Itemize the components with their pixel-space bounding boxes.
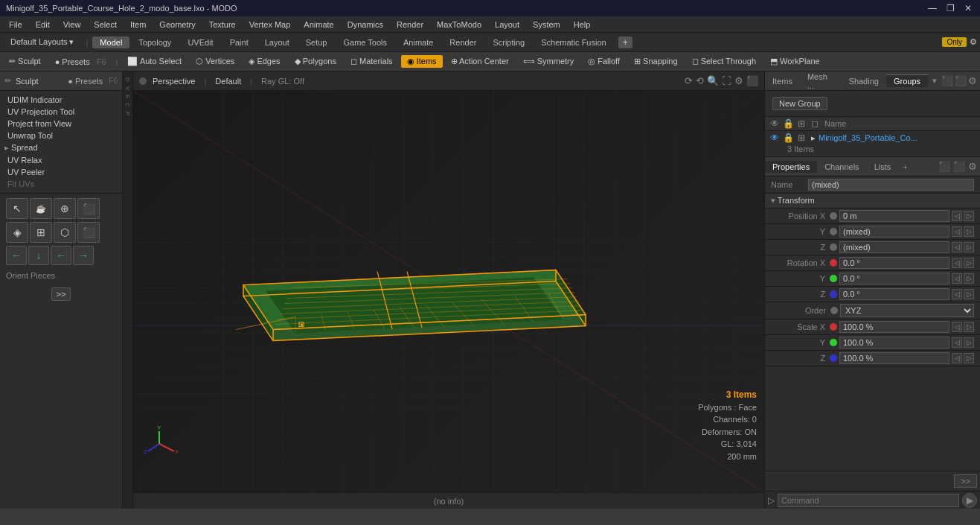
- layout-settings-icon[interactable]: ⚙: [970, 37, 977, 47]
- tab-render[interactable]: Render: [442, 36, 484, 48]
- panel-settings-icon[interactable]: ⚙: [968, 75, 977, 86]
- minimize-button[interactable]: —: [926, 3, 938, 13]
- viewport-zoom-icon[interactable]: 🔍: [707, 75, 719, 86]
- vertices-button[interactable]: ⬡ Vertices: [190, 55, 240, 68]
- viewport-settings-icon[interactable]: ⚙: [734, 75, 743, 86]
- scale-z-dot[interactable]: [830, 354, 837, 362]
- name-property-input[interactable]: [808, 179, 974, 191]
- spread-tool[interactable]: Spread: [1, 141, 121, 154]
- action-center-button[interactable]: ⊕ Action Center: [445, 55, 515, 68]
- viewport-raygl-label[interactable]: Ray GL: Off: [261, 77, 304, 86]
- move-icon-button[interactable]: ↖: [6, 198, 28, 219]
- group-item-name[interactable]: Minigolf_35_Portable_Co...: [816, 133, 977, 142]
- menu-geometry[interactable]: Geometry: [153, 19, 201, 31]
- viewport-maximize-icon[interactable]: ⬛: [746, 75, 758, 86]
- tab-animate[interactable]: Animate: [396, 36, 441, 48]
- viewport-canvas[interactable]: 3 Items Polygons : Face Channels: 0 Defo…: [133, 91, 764, 492]
- scale-y-dot[interactable]: [830, 339, 837, 346]
- props-minimize-icon[interactable]: ⬛: [938, 161, 950, 172]
- rot-x-min-btn[interactable]: ◁: [952, 258, 962, 268]
- add-layout-button[interactable]: +: [618, 36, 632, 48]
- viewport-fit-icon[interactable]: ⟲: [696, 75, 704, 86]
- viewport-frame-icon[interactable]: ⛶: [722, 75, 731, 86]
- scale-x-dot[interactable]: [830, 323, 837, 331]
- snapping-button[interactable]: ⊞ Snapping: [628, 55, 684, 68]
- rot-y-max-btn[interactable]: ▷: [964, 273, 974, 284]
- group-item-extra[interactable]: ⊞: [795, 133, 808, 143]
- select-through-button[interactable]: ◻ Select Through: [686, 55, 762, 68]
- grid-icon-button[interactable]: ⊞: [30, 222, 52, 243]
- menu-select[interactable]: Select: [88, 19, 123, 31]
- rotation-y-input[interactable]: [839, 273, 949, 284]
- close-button[interactable]: ✕: [962, 3, 974, 13]
- group-list-item[interactable]: 👁 🔒 ⊞ ▸ Minigolf_35_Portable_Co...: [765, 131, 980, 144]
- position-y-input[interactable]: [839, 226, 949, 238]
- tab-topology[interactable]: Topology: [131, 36, 179, 48]
- tab-model[interactable]: Model: [92, 36, 129, 48]
- tab-extra-dropdown[interactable]: ▾: [928, 74, 941, 87]
- menu-help[interactable]: Help: [568, 19, 597, 31]
- rotation-x-dot[interactable]: [830, 259, 837, 267]
- maximize-button[interactable]: ❐: [944, 3, 956, 13]
- rot-x-max-btn[interactable]: ▷: [964, 258, 974, 268]
- scale-icon-button[interactable]: ⊕: [54, 198, 76, 219]
- props-settings-icon[interactable]: ⚙: [968, 161, 977, 172]
- position-z-input[interactable]: [839, 241, 949, 253]
- tab-scripting[interactable]: Scripting: [485, 36, 532, 48]
- falloff-button[interactable]: ◎ Falloff: [582, 55, 626, 68]
- menu-dynamics[interactable]: Dynamics: [342, 19, 389, 31]
- command-input[interactable]: [778, 494, 959, 507]
- viewport-reset-icon[interactable]: ⟳: [685, 75, 693, 86]
- menu-item[interactable]: Item: [124, 19, 152, 31]
- window-controls[interactable]: — ❐ ✕: [926, 3, 974, 13]
- panel-expand-icon[interactable]: ⬛: [955, 75, 967, 86]
- tab-setup[interactable]: Setup: [298, 36, 335, 48]
- vertex-icon-button[interactable]: ⬡: [54, 222, 76, 243]
- pos-x-min-btn[interactable]: ◁: [952, 211, 962, 221]
- left2-arrow-button[interactable]: ←: [51, 246, 71, 265]
- presets-label[interactable]: ● Presets: [68, 77, 103, 86]
- scroll-down-button[interactable]: >>: [954, 474, 977, 488]
- transform-icon-button[interactable]: ⬛: [77, 198, 100, 219]
- rot-y-min-btn[interactable]: ◁: [952, 273, 962, 284]
- more-tools-button[interactable]: >>: [51, 287, 71, 301]
- group-item-eye[interactable]: 👁: [768, 133, 781, 143]
- add-tab-button[interactable]: +: [898, 161, 912, 173]
- tab-layout[interactable]: Layout: [257, 36, 297, 48]
- menu-vertex-map[interactable]: Vertex Map: [243, 19, 297, 31]
- sculpt-button[interactable]: ✏ Sculpt: [3, 55, 47, 68]
- tab-shading[interactable]: Shading: [842, 75, 886, 87]
- tab-items[interactable]: Items: [765, 75, 800, 87]
- scale-x-min-btn[interactable]: ◁: [952, 322, 962, 332]
- tab-lists[interactable]: Lists: [867, 161, 899, 173]
- pos-y-min-btn[interactable]: ◁: [952, 226, 962, 237]
- tab-paint[interactable]: Paint: [222, 36, 256, 48]
- viewport-perspective-label[interactable]: Perspective: [153, 77, 195, 86]
- scale-y-max-btn[interactable]: ▷: [964, 337, 974, 348]
- command-run-button[interactable]: ▶: [962, 493, 977, 508]
- tab-groups[interactable]: Groups: [886, 74, 928, 87]
- scale-x-input[interactable]: [839, 321, 949, 333]
- tab-uvedit[interactable]: UVEdit: [180, 36, 220, 48]
- uv-peeler-tool[interactable]: UV Peeler: [1, 166, 121, 178]
- menu-edit[interactable]: Edit: [30, 19, 56, 31]
- position-y-dot[interactable]: [830, 228, 837, 235]
- scale-z-input[interactable]: [839, 352, 949, 364]
- props-expand-icon[interactable]: ⬛: [953, 161, 965, 172]
- position-x-input[interactable]: [839, 210, 949, 222]
- menu-layout[interactable]: Layout: [489, 19, 525, 31]
- rot-z-min-btn[interactable]: ◁: [952, 289, 962, 299]
- fit-uvs-tool[interactable]: Fit UVs: [1, 178, 121, 190]
- default-layouts-dropdown[interactable]: Default Layouts ▾: [3, 36, 82, 48]
- rotate-icon-button[interactable]: ☕: [30, 198, 52, 219]
- group-item-lock[interactable]: 🔒: [781, 133, 795, 143]
- transform-section-label[interactable]: Transform: [765, 194, 980, 209]
- order-dot[interactable]: [830, 307, 838, 314]
- items-button[interactable]: ◉ Items: [401, 55, 443, 68]
- polygons-button[interactable]: ◆ Polygons: [289, 55, 342, 68]
- auto-select-button[interactable]: ⬜ Auto Select: [121, 55, 188, 68]
- right-panel-icons[interactable]: ⬛ ⬛ ⚙: [941, 75, 980, 86]
- scale-x-max-btn[interactable]: ▷: [964, 322, 974, 332]
- new-group-button[interactable]: New Group: [772, 97, 827, 110]
- menu-system[interactable]: System: [527, 19, 566, 31]
